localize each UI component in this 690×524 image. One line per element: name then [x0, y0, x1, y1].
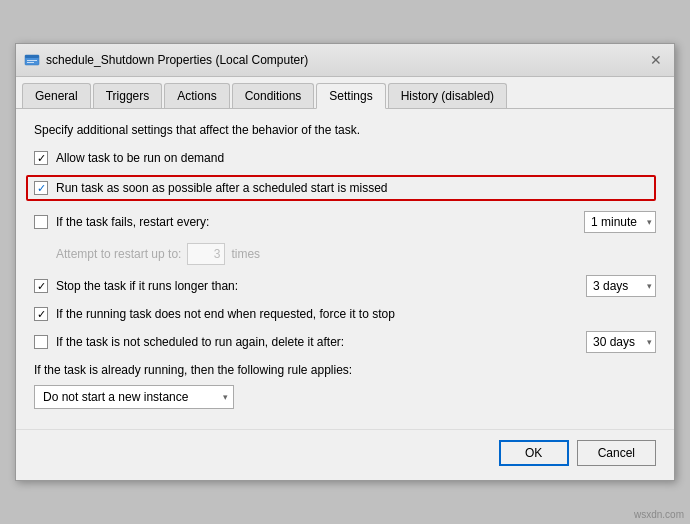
option-delete-row: If the task is not scheduled to run agai…: [34, 331, 656, 353]
restart-interval-dropdown[interactable]: 1 minute: [584, 211, 656, 233]
title-bar: schedule_Shutdown Properties (Local Comp…: [16, 44, 674, 77]
option-run-missed-row: Run task as soon as possible after a sch…: [26, 175, 656, 201]
tab-bar: General Triggers Actions Conditions Sett…: [16, 77, 674, 109]
option-stop-longer-row: Stop the task if it runs longer than: 3 …: [34, 275, 656, 297]
tab-settings[interactable]: Settings: [316, 83, 385, 109]
rule-label: If the task is already running, then the…: [34, 363, 656, 377]
option-delete-left: If the task is not scheduled to run agai…: [34, 335, 344, 349]
stop-longer-right-control: 3 days: [586, 275, 656, 297]
label-run-on-demand: Allow task to be run on demand: [56, 151, 224, 165]
restart-attempt-input[interactable]: [187, 243, 225, 265]
tab-history[interactable]: History (disabled): [388, 83, 507, 108]
checkbox-delete[interactable]: [34, 335, 48, 349]
checkbox-force-stop[interactable]: [34, 307, 48, 321]
delete-after-dropdown[interactable]: 30 days: [586, 331, 656, 353]
checkbox-run-missed[interactable]: [34, 181, 48, 195]
times-label: times: [231, 247, 260, 261]
checkbox-restart[interactable]: [34, 215, 48, 229]
settings-description: Specify additional settings that affect …: [34, 123, 656, 137]
ok-button[interactable]: OK: [499, 440, 569, 466]
option-restart-row: If the task fails, restart every: 1 minu…: [34, 211, 656, 233]
stop-longer-dropdown[interactable]: 3 days: [586, 275, 656, 297]
option-stop-longer-left: Stop the task if it runs longer than:: [34, 279, 238, 293]
close-button[interactable]: ✕: [646, 50, 666, 70]
restart-right-control: 1 minute: [584, 211, 656, 233]
label-stop-longer: Stop the task if it runs longer than:: [56, 279, 238, 293]
rule-dropdown[interactable]: Do not start a new instance: [34, 385, 234, 409]
checkbox-stop-longer[interactable]: [34, 279, 48, 293]
option-restart-left: If the task fails, restart every:: [34, 215, 209, 229]
restart-attempt-label: Attempt to restart up to:: [56, 247, 181, 261]
label-restart: If the task fails, restart every:: [56, 215, 209, 229]
option-run-on-demand-row: Allow task to be run on demand: [34, 151, 656, 165]
cancel-button[interactable]: Cancel: [577, 440, 656, 466]
restart-attempt-row: Attempt to restart up to: times: [56, 243, 656, 265]
watermark: wsxdn.com: [634, 509, 684, 520]
tab-conditions[interactable]: Conditions: [232, 83, 315, 108]
tab-actions[interactable]: Actions: [164, 83, 229, 108]
delete-right-control: 30 days: [586, 331, 656, 353]
label-run-missed: Run task as soon as possible after a sch…: [56, 181, 388, 195]
footer: OK Cancel: [16, 429, 674, 480]
tab-triggers[interactable]: Triggers: [93, 83, 163, 108]
svg-rect-1: [25, 55, 39, 58]
window-title: schedule_Shutdown Properties (Local Comp…: [46, 53, 308, 67]
checkbox-run-on-demand[interactable]: [34, 151, 48, 165]
tab-general[interactable]: General: [22, 83, 91, 108]
main-window: schedule_Shutdown Properties (Local Comp…: [15, 43, 675, 481]
option-force-stop-row: If the running task does not end when re…: [34, 307, 656, 321]
label-delete: If the task is not scheduled to run agai…: [56, 335, 344, 349]
svg-rect-2: [27, 60, 37, 61]
label-force-stop: If the running task does not end when re…: [56, 307, 395, 321]
settings-content: Specify additional settings that affect …: [16, 109, 674, 423]
title-bar-left: schedule_Shutdown Properties (Local Comp…: [24, 52, 308, 68]
svg-rect-3: [27, 62, 34, 63]
window-icon: [24, 52, 40, 68]
